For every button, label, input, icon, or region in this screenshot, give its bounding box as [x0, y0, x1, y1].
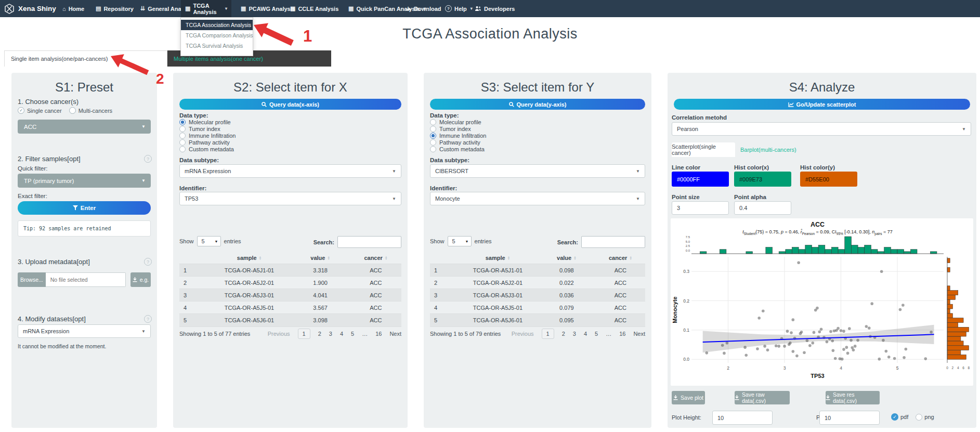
- column-header-cancer[interactable]: cancer▲▼: [596, 252, 645, 264]
- radio-molecular-profile[interactable]: Molecular profile: [430, 119, 481, 125]
- identifier-select[interactable]: TP53▼: [179, 192, 401, 205]
- table-row[interactable]: 1TCGA-OR-A5J1-010.098ACC: [430, 264, 645, 277]
- nav-developers[interactable]: Developers: [471, 0, 519, 17]
- radio-format-pdf[interactable]: ✓pdf: [891, 413, 908, 421]
- example-file-button[interactable]: e.g.: [130, 272, 151, 287]
- radio-format-png[interactable]: png: [916, 413, 934, 421]
- identifier-select[interactable]: Monocyte▼: [430, 192, 645, 205]
- previous-button[interactable]: Previous: [512, 331, 534, 337]
- column-header-value[interactable]: value▲▼: [538, 252, 596, 264]
- search-input[interactable]: [581, 236, 645, 248]
- radio-immune-infiltration[interactable]: Immune Infiltration: [430, 133, 486, 139]
- line-color-input[interactable]: #0000FF: [672, 172, 729, 187]
- table-row[interactable]: 3TCGA-OR-A5J3-014.041ACC: [179, 289, 401, 302]
- save-res-data-button[interactable]: Save res data(.csv): [826, 391, 880, 404]
- radio-pathway-activity[interactable]: Pathway activity: [430, 139, 480, 146]
- page-4-button[interactable]: 4: [584, 331, 587, 337]
- hist-color-x-input[interactable]: #009E73: [734, 172, 791, 187]
- page-3-button[interactable]: 3: [573, 331, 576, 337]
- correlation-method-select[interactable]: Pearson▼: [672, 122, 971, 136]
- tab-barplot-multi-cancers[interactable]: Barplot(multi-cancers): [740, 142, 796, 157]
- data-subtype-select[interactable]: mRNA Expression▼: [179, 164, 401, 178]
- search-input[interactable]: [337, 236, 401, 248]
- column-header-index[interactable]: [430, 252, 458, 264]
- page-3-button[interactable]: 3: [329, 331, 332, 337]
- previous-button[interactable]: Previous: [268, 331, 290, 337]
- help-icon[interactable]: ?: [144, 315, 152, 323]
- nav-tcga-analysis[interactable]: ▦TCGA Analysis▾: [181, 0, 231, 17]
- hist-color-y-input[interactable]: #D55E00: [800, 172, 857, 187]
- column-header-cancer[interactable]: cancer▲▼: [350, 252, 401, 264]
- page-1-button[interactable]: 1: [298, 329, 310, 339]
- point-alpha-input[interactable]: [734, 201, 791, 215]
- color-value: #0000FF: [677, 176, 700, 182]
- radio-molecular-profile[interactable]: Molecular profile: [179, 119, 231, 125]
- table-header: sample▲▼ value▲▼ cancer▲▼: [430, 252, 645, 264]
- query-data-y-button[interactable]: Query data(y-axis): [430, 99, 645, 110]
- menu-item-tcga-comparison-analysis[interactable]: TCGA Comparison Analysis: [181, 30, 253, 41]
- column-header-value[interactable]: value▲▼: [290, 252, 350, 264]
- save-plot-button[interactable]: Save plot: [672, 391, 705, 404]
- page-2-button[interactable]: 2: [318, 331, 321, 337]
- save-raw-data-button[interactable]: Save raw data(.csv): [735, 391, 790, 404]
- help-icon[interactable]: ?: [144, 258, 152, 266]
- plot-width-input[interactable]: [819, 411, 880, 425]
- radio-multi-cancers[interactable]: Multi-cancers: [69, 107, 112, 114]
- page-1-button[interactable]: 1: [542, 329, 554, 339]
- exact-filter-enter-button[interactable]: Enter: [18, 201, 151, 215]
- browse-button[interactable]: Browse...: [18, 272, 46, 287]
- brand[interactable]: Xena Shiny: [4, 0, 56, 17]
- column-header-index[interactable]: [179, 252, 208, 264]
- table-row[interactable]: 4TCGA-OR-A5J5-010.079ACC: [430, 301, 645, 314]
- point-size-input[interactable]: [672, 201, 729, 215]
- page-2-button[interactable]: 2: [562, 331, 565, 337]
- nav-label: Repository: [103, 6, 133, 12]
- radio-custom-metadata[interactable]: Custom metadata: [179, 146, 234, 152]
- radio-tumor-index[interactable]: Tumor index: [430, 126, 471, 132]
- table-row[interactable]: 2TCGA-OR-A5J2-011.900ACC: [179, 276, 401, 289]
- radio-label: Multi-cancers: [79, 108, 112, 114]
- table-row[interactable]: 2TCGA-OR-A5J2-010.022ACC: [430, 276, 645, 289]
- radio-custom-metadata[interactable]: Custom metadata: [430, 146, 485, 152]
- ellipsis: …: [362, 331, 368, 337]
- page-5-button[interactable]: 5: [351, 331, 354, 337]
- page-16-button[interactable]: 16: [619, 331, 625, 337]
- table-row[interactable]: 1TCGA-OR-A5J1-013.318ACC: [179, 264, 401, 277]
- column-header-sample[interactable]: sample▲▼: [458, 252, 538, 264]
- data-subtype-select[interactable]: CIBERSORT▼: [430, 164, 645, 178]
- table-row[interactable]: 5TCGA-OR-A5J6-013.098ACC: [179, 313, 401, 327]
- tab-scatterplot-single-cancer[interactable]: Scatterplot(single cancer): [672, 142, 735, 157]
- nav-download[interactable]: ☁Download: [401, 0, 446, 17]
- plot-height-input[interactable]: [712, 411, 773, 425]
- page-16-button[interactable]: 16: [375, 331, 382, 337]
- nav-label: Home: [69, 6, 85, 12]
- query-data-x-button[interactable]: Query data(x-axis): [179, 99, 401, 110]
- modify-dataset-select[interactable]: mRNA Expression▼: [18, 324, 151, 338]
- page-length-select[interactable]: 5▼: [197, 236, 221, 246]
- radio-tumor-index[interactable]: Tumor index: [179, 126, 220, 132]
- radio-single-cancer[interactable]: ✓Single cancer: [18, 107, 62, 114]
- next-button[interactable]: Next: [389, 331, 401, 337]
- column-header-sample[interactable]: sample▲▼: [208, 252, 291, 264]
- page-5-button[interactable]: 5: [595, 331, 598, 337]
- radio-immune-infiltration[interactable]: Immune Infiltration: [179, 133, 236, 139]
- radio-pathway-activity[interactable]: Pathway activity: [179, 139, 230, 146]
- radio-label: Single cancer: [27, 108, 62, 114]
- table-row[interactable]: 5TCGA-OR-A5J6-010.095ACC: [430, 313, 645, 327]
- table-row[interactable]: 3TCGA-OR-A5J3-010.036ACC: [430, 289, 645, 302]
- page-4-button[interactable]: 4: [340, 331, 343, 337]
- page-length-select[interactable]: 5▼: [448, 236, 472, 246]
- file-input[interactable]: [46, 272, 126, 287]
- nav-repository[interactable]: ▤Repository: [92, 0, 138, 17]
- cancer-select[interactable]: ACC▼: [18, 120, 151, 134]
- next-button[interactable]: Next: [633, 331, 645, 337]
- caret-down-icon: ▼: [215, 240, 218, 243]
- table-row[interactable]: 4TCGA-OR-A5J5-013.567ACC: [179, 301, 401, 314]
- help-icon[interactable]: ?: [144, 155, 152, 163]
- go-update-scatterplot-button[interactable]: Go/Update scatterplot: [674, 99, 970, 110]
- nav-home[interactable]: ⌂Home: [58, 0, 88, 17]
- nav-ccle-analysis[interactable]: ▦CCLE Analysis: [286, 0, 343, 17]
- menu-item-tcga-survival-analysis[interactable]: TCGA Survival Analysis: [181, 41, 253, 51]
- quick-filter-select[interactable]: TP (primary tumor)▼: [18, 174, 151, 188]
- menu-item-tcga-association-analysis[interactable]: TCGA Association Analysis: [181, 20, 253, 30]
